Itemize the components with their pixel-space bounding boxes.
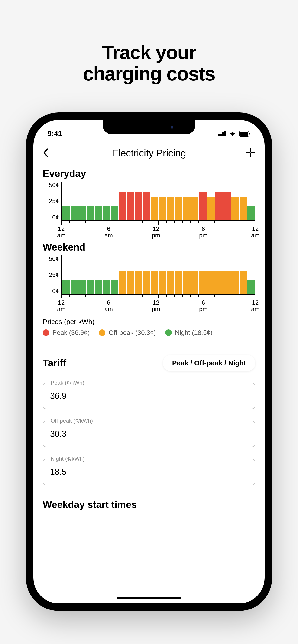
bar-hour-6	[111, 206, 118, 220]
bar-hour-14	[175, 270, 182, 294]
bar-hour-7	[119, 192, 126, 220]
promo-title: Track your charging costs	[83, 42, 215, 84]
bar-hour-22	[239, 270, 247, 294]
svg-rect-1	[220, 134, 222, 136]
bar-hour-9	[135, 270, 142, 294]
bar-hour-10	[143, 270, 150, 294]
night-input[interactable]	[43, 459, 255, 485]
bar-hour-6	[111, 280, 118, 294]
bar-hour-16	[191, 270, 199, 294]
bar-hour-19	[215, 270, 223, 294]
battery-icon	[239, 131, 251, 136]
bar-hour-5	[103, 206, 110, 220]
weekend-chart: 50¢ 25¢ 0¢ 12am 6am 12pm 6pm 12am	[43, 255, 255, 311]
legend-offpeak: Off-peak (30.3¢)	[99, 329, 156, 336]
bar-hour-17	[199, 270, 207, 294]
bar-hour-4	[95, 206, 102, 220]
bar-hour-20	[223, 270, 231, 294]
svg-rect-3	[224, 131, 226, 136]
legend-title: Prices (per kWh)	[43, 318, 255, 326]
svg-rect-5	[240, 132, 248, 136]
everyday-chart: 50¢ 25¢ 0¢ 12am 6am 12pm 6pm 12am	[43, 182, 255, 237]
peak-input[interactable]	[43, 383, 255, 409]
bar-hour-21	[231, 270, 239, 294]
bar-hour-23	[247, 280, 255, 294]
bar-hour-13	[167, 197, 175, 220]
home-indicator[interactable]	[117, 597, 181, 599]
back-button[interactable]	[43, 148, 52, 158]
bar-hour-0	[63, 280, 70, 294]
bar-hour-13	[167, 270, 175, 294]
bar-hour-8	[127, 192, 134, 220]
status-time: 9:41	[47, 129, 62, 138]
bar-hour-8	[127, 270, 134, 294]
bar-hour-14	[175, 197, 182, 220]
bar-hour-10	[143, 192, 150, 220]
tariff-selector[interactable]: Peak / Off-peak / Night	[163, 355, 255, 371]
weekday-start-times-title: Weekday start times	[43, 499, 255, 510]
svg-rect-6	[249, 133, 250, 135]
bar-hour-3	[87, 280, 94, 294]
legend-peak: Peak (36.9¢)	[43, 329, 90, 336]
phone-frame: 9:41	[26, 112, 272, 611]
bar-hour-18	[207, 197, 215, 220]
bar-hour-2	[79, 206, 86, 220]
bar-hour-2	[79, 280, 86, 294]
night-field-label: Night (¢/kWh)	[49, 456, 87, 462]
everyday-title: Everyday	[43, 168, 255, 179]
weekend-title: Weekend	[43, 242, 255, 253]
legend: Peak (36.9¢) Off-peak (30.3¢) Night (18.…	[43, 329, 255, 336]
bar-hour-1	[71, 280, 78, 294]
bar-hour-11	[151, 197, 158, 220]
bar-hour-22	[239, 197, 247, 220]
bar-hour-19	[215, 192, 223, 220]
bar-hour-20	[223, 192, 231, 220]
cellular-icon	[218, 131, 226, 136]
offpeak-input[interactable]	[43, 421, 255, 447]
bar-hour-7	[119, 270, 126, 294]
notch	[103, 120, 195, 134]
night-dot-icon	[165, 330, 172, 336]
bar-hour-4	[95, 280, 102, 294]
svg-rect-2	[222, 132, 224, 136]
bar-hour-18	[207, 270, 215, 294]
bar-hour-15	[183, 197, 191, 220]
screen: 9:41	[34, 120, 264, 604]
add-action-button[interactable]	[246, 148, 255, 158]
offpeak-field-label: Off-peak (¢/kWh)	[49, 418, 95, 424]
legend-night: Night (18.5¢)	[165, 329, 213, 336]
bar-hour-5	[103, 280, 110, 294]
bar-hour-11	[151, 270, 158, 294]
peak-field-label: Peak (¢/kWh)	[49, 380, 86, 386]
bar-hour-16	[191, 197, 199, 220]
bar-hour-1	[71, 206, 78, 220]
bar-hour-12	[159, 270, 166, 294]
wifi-icon	[229, 131, 236, 136]
bar-hour-17	[199, 192, 207, 220]
bar-hour-23	[247, 206, 255, 220]
bar-hour-0	[63, 206, 70, 220]
svg-rect-0	[218, 134, 219, 136]
bar-hour-12	[159, 197, 166, 220]
bar-hour-3	[87, 206, 94, 220]
peak-dot-icon	[43, 330, 49, 336]
offpeak-dot-icon	[99, 330, 105, 336]
bar-hour-9	[135, 192, 142, 220]
bar-hour-15	[183, 270, 191, 294]
page-title: Electricity Pricing	[112, 148, 186, 159]
bar-hour-21	[231, 197, 239, 220]
tariff-label: Tariff	[43, 358, 66, 368]
